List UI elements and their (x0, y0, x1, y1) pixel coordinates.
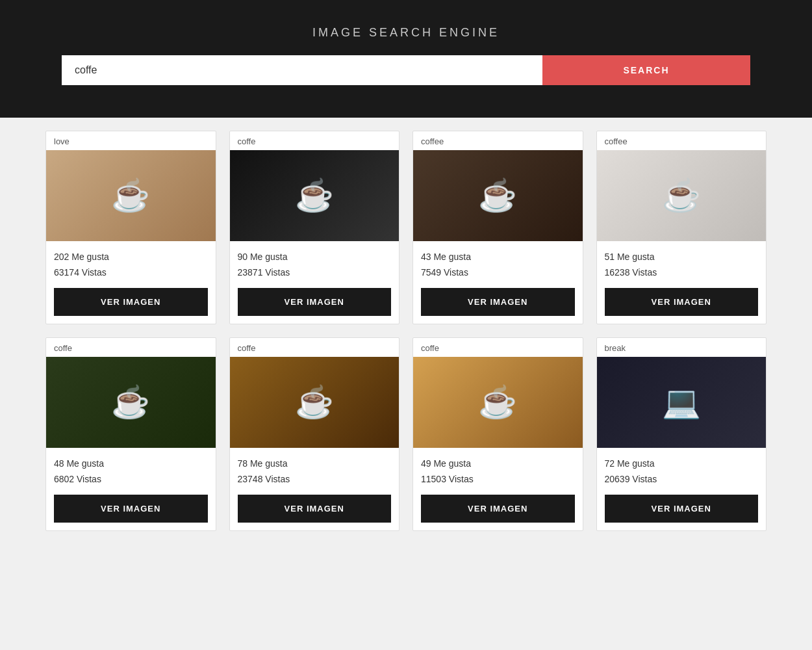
card-likes: 43 Me gusta (421, 252, 575, 262)
card-likes: 78 Me gusta (238, 458, 392, 469)
card-views: 16238 Vistas (605, 267, 759, 278)
card-views: 7549 Vistas (421, 267, 575, 278)
card-image: ☕ (46, 357, 216, 448)
card-tag: coffe (46, 338, 216, 357)
card-image: 💻 (597, 357, 767, 448)
header-section: IMAGE SEARCH ENGINE SEARCH (0, 0, 812, 118)
card-likes: 48 Me gusta (54, 458, 208, 469)
card-image: ☕ (230, 357, 400, 448)
card-likes: 90 Me gusta (238, 252, 392, 262)
card-views: 63174 Vistas (54, 267, 208, 278)
card-item: love ☕ 202 Me gusta 63174 Vistas VER IMA… (45, 131, 216, 324)
card-tag: coffe (230, 338, 400, 357)
card-tag: coffe (230, 131, 400, 150)
card-body: 90 Me gusta 23871 Vistas VER IMAGEN (230, 241, 400, 324)
card-body: 43 Me gusta 7549 Vistas VER IMAGEN (413, 241, 583, 324)
card-body: 49 Me gusta 11503 Vistas VER IMAGEN (413, 448, 583, 530)
search-button[interactable]: SEARCH (542, 55, 750, 85)
card-image: ☕ (413, 357, 583, 448)
card-image: ☕ (230, 150, 400, 241)
card-likes: 72 Me gusta (605, 458, 759, 469)
card-tag: break (597, 338, 767, 357)
ver-imagen-button[interactable]: VER IMAGEN (421, 288, 575, 316)
card-views: 6802 Vistas (54, 474, 208, 484)
card-likes: 49 Me gusta (421, 458, 575, 469)
card-tag: coffee (597, 131, 767, 150)
card-item: coffe ☕ 48 Me gusta 6802 Vistas VER IMAG… (45, 337, 216, 531)
card-item: coffe ☕ 78 Me gusta 23748 Vistas VER IMA… (229, 337, 400, 531)
card-tag: love (46, 131, 216, 150)
card-body: 51 Me gusta 16238 Vistas VER IMAGEN (597, 241, 767, 324)
card-likes: 202 Me gusta (54, 252, 208, 262)
card-likes: 51 Me gusta (605, 252, 759, 262)
card-item: coffee ☕ 43 Me gusta 7549 Vistas VER IMA… (412, 131, 583, 324)
card-item: coffe ☕ 90 Me gusta 23871 Vistas VER IMA… (229, 131, 400, 324)
results-grid-row1: love ☕ 202 Me gusta 63174 Vistas VER IMA… (45, 131, 767, 324)
search-input[interactable] (62, 55, 542, 85)
ver-imagen-button[interactable]: VER IMAGEN (54, 288, 208, 316)
card-body: 202 Me gusta 63174 Vistas VER IMAGEN (46, 241, 216, 324)
card-body: 48 Me gusta 6802 Vistas VER IMAGEN (46, 448, 216, 530)
ver-imagen-button[interactable]: VER IMAGEN (54, 495, 208, 523)
card-image: ☕ (597, 150, 767, 241)
card-views: 23748 Vistas (238, 474, 392, 484)
card-body: 78 Me gusta 23748 Vistas VER IMAGEN (230, 448, 400, 530)
ver-imagen-button[interactable]: VER IMAGEN (605, 288, 759, 316)
card-image: ☕ (413, 150, 583, 241)
card-views: 20639 Vistas (605, 474, 759, 484)
ver-imagen-button[interactable]: VER IMAGEN (605, 495, 759, 523)
card-tag: coffe (413, 338, 583, 357)
card-item: coffe ☕ 49 Me gusta 11503 Vistas VER IMA… (412, 337, 583, 531)
ver-imagen-button[interactable]: VER IMAGEN (421, 495, 575, 523)
search-bar: SEARCH (62, 55, 750, 85)
ver-imagen-button[interactable]: VER IMAGEN (238, 495, 392, 523)
ver-imagen-button[interactable]: VER IMAGEN (238, 288, 392, 316)
card-body: 72 Me gusta 20639 Vistas VER IMAGEN (597, 448, 767, 530)
card-views: 11503 Vistas (421, 474, 575, 484)
card-views: 23871 Vistas (238, 267, 392, 278)
card-image: ☕ (46, 150, 216, 241)
page-title: IMAGE SEARCH ENGINE (312, 26, 500, 40)
card-item: coffee ☕ 51 Me gusta 16238 Vistas VER IM… (596, 131, 767, 324)
card-tag: coffee (413, 131, 583, 150)
results-grid-row2: coffe ☕ 48 Me gusta 6802 Vistas VER IMAG… (45, 337, 767, 531)
main-content: love ☕ 202 Me gusta 63174 Vistas VER IMA… (0, 118, 812, 557)
card-item: break 💻 72 Me gusta 20639 Vistas VER IMA… (596, 337, 767, 531)
